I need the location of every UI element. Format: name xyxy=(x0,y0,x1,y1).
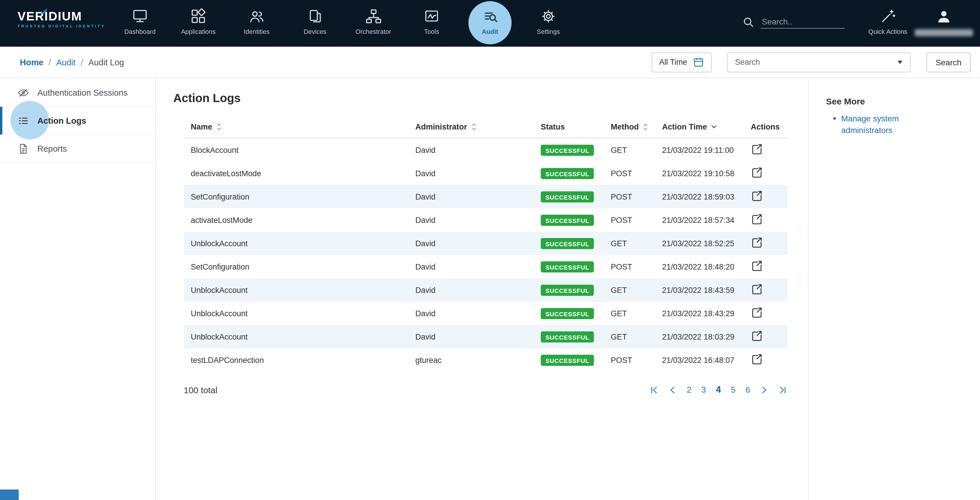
column-header-name[interactable]: Name xyxy=(184,116,408,138)
first-page-button[interactable] xyxy=(649,385,658,394)
cell-status: SUCCESSFUL xyxy=(534,185,604,208)
nav-item-tools[interactable]: Tools xyxy=(406,0,458,47)
cell-method: POST xyxy=(604,185,655,208)
status-badge: SUCCESSFUL xyxy=(541,284,594,296)
veridium-logo[interactable]: VERIDIUM TRUSTED DIGITAL IDENTITY xyxy=(18,10,105,28)
sidebar-item-reports[interactable]: Reports xyxy=(0,135,155,163)
cell-name: BlockAccount xyxy=(184,138,408,162)
sidebar-item-action-logs[interactable]: Action Logs xyxy=(0,107,155,135)
time-range-button[interactable]: All Time xyxy=(652,52,712,72)
column-label: Administrator xyxy=(415,122,467,131)
sort-desc-icon xyxy=(711,124,717,129)
view-log-detail-button[interactable] xyxy=(751,353,763,365)
tools-icon xyxy=(423,8,441,25)
view-log-detail-button[interactable] xyxy=(751,213,763,225)
brand-name: VERIDIUM xyxy=(18,10,105,23)
global-search xyxy=(742,15,845,29)
view-log-detail-button[interactable] xyxy=(751,283,763,295)
cell-administrator: David xyxy=(408,255,534,278)
page-number[interactable]: 6 xyxy=(746,385,750,394)
global-search-input[interactable] xyxy=(760,15,845,29)
cell-status: SUCCESSFUL xyxy=(534,208,604,232)
nav-label: Audit xyxy=(482,28,498,35)
bottom-left-widget[interactable] xyxy=(0,489,19,500)
column-header-action-time[interactable]: Action Time xyxy=(655,116,744,138)
cell-administrator: David xyxy=(408,278,534,302)
manage-system-administrators-link[interactable]: Manage system administrators xyxy=(841,113,920,136)
nav-item-identities[interactable]: Identities xyxy=(231,0,283,47)
cell-name: UnblockAccount xyxy=(184,278,408,302)
applications-icon xyxy=(189,8,207,25)
user-menu[interactable] xyxy=(916,0,972,36)
view-log-detail-button[interactable] xyxy=(751,189,763,202)
table-row: UnblockAccount David SUCCESSFUL GET 21/0… xyxy=(184,325,788,348)
cell-method: POST xyxy=(604,208,655,232)
view-log-detail-button[interactable] xyxy=(751,260,763,272)
action-log-rows: BlockAccount David SUCCESSFUL GET 21/03/… xyxy=(184,138,788,372)
nav-item-settings[interactable]: Settings xyxy=(522,0,574,47)
view-log-detail-button[interactable] xyxy=(751,236,763,248)
nav-label: Applications xyxy=(181,28,216,35)
sidebar-item-label: Reports xyxy=(37,144,67,153)
nav-label: Devices xyxy=(304,28,326,35)
sidebar-item-label: Authentication Sessions xyxy=(37,88,128,97)
next-page-button[interactable] xyxy=(760,385,769,394)
column-label: Actions xyxy=(751,122,780,131)
view-log-detail-button[interactable] xyxy=(751,306,763,318)
primary-nav: Dashboard Applications Identities Device… xyxy=(114,0,574,47)
page-number[interactable]: 5 xyxy=(731,385,736,394)
previous-page-button[interactable] xyxy=(668,385,677,394)
status-badge: SUCCESSFUL xyxy=(541,331,594,342)
nav-item-applications[interactable]: Applications xyxy=(172,0,224,47)
nav-item-dashboard[interactable]: Dashboard xyxy=(114,0,166,47)
search-button[interactable]: Search xyxy=(926,52,970,72)
page-number-active[interactable]: 4 xyxy=(716,384,721,395)
cell-administrator: David xyxy=(408,208,534,232)
user-name-redacted xyxy=(915,29,973,36)
cell-administrator: David xyxy=(408,325,534,348)
audit-sidebar: Authentication Sessions Action Logs Repo… xyxy=(0,79,156,500)
breadcrumb-audit-link[interactable]: Audit xyxy=(56,57,76,67)
cell-action-time: 21/03/2022 18:52:25 xyxy=(655,232,744,255)
cell-status: SUCCESSFUL xyxy=(534,302,604,325)
veridium-admin-console: VERIDIUM TRUSTED DIGITAL IDENTITY Dashbo… xyxy=(0,0,980,500)
status-badge: SUCCESSFUL xyxy=(541,214,594,226)
cell-action-time: 21/03/2022 18:48:20 xyxy=(655,255,744,278)
column-header-status: Status xyxy=(534,116,604,138)
view-log-detail-button[interactable] xyxy=(751,330,763,342)
cell-method: POST xyxy=(604,162,655,185)
page-number[interactable]: 3 xyxy=(701,385,706,394)
sidebar-item-label: Action Logs xyxy=(37,116,86,125)
cell-administrator: gtureac xyxy=(408,348,534,372)
search-icon xyxy=(742,16,755,28)
breadcrumb-home-link[interactable]: Home xyxy=(20,57,43,67)
nav-item-audit[interactable]: Audit xyxy=(464,0,516,47)
cell-name: testLDAPConnection xyxy=(184,348,408,372)
view-log-detail-button[interactable] xyxy=(751,143,763,155)
nav-item-devices[interactable]: Devices xyxy=(289,0,341,47)
quick-actions-button[interactable]: Quick Actions xyxy=(860,0,916,35)
column-header-method[interactable]: Method xyxy=(604,116,655,138)
view-log-detail-button[interactable] xyxy=(751,166,763,178)
nav-label: Orchestrator xyxy=(356,28,391,35)
cell-name: SetConfiguration xyxy=(184,185,408,208)
chevron-down-icon xyxy=(898,61,902,64)
search-filter-dropdown[interactable]: Search xyxy=(727,52,911,72)
cell-status: SUCCESSFUL xyxy=(534,348,604,372)
last-page-button[interactable] xyxy=(779,385,788,394)
cell-status: SUCCESSFUL xyxy=(534,162,604,185)
table-row: UnblockAccount David SUCCESSFUL GET 21/0… xyxy=(184,278,788,302)
topnav-right: Quick Actions xyxy=(742,0,972,47)
table-row: activateLostMode David SUCCESSFUL POST 2… xyxy=(184,208,788,232)
cell-action-time: 21/03/2022 18:43:59 xyxy=(655,278,744,302)
column-header-administrator[interactable]: Administrator xyxy=(408,116,534,138)
status-badge: SUCCESSFUL xyxy=(541,168,594,179)
cell-status: SUCCESSFUL xyxy=(534,255,604,278)
page-number[interactable]: 2 xyxy=(687,385,691,394)
cell-action-time: 21/03/2022 18:03:29 xyxy=(655,325,744,348)
orchestrator-icon xyxy=(364,8,382,25)
cell-actions xyxy=(744,162,788,185)
cell-method: GET xyxy=(604,278,655,302)
quick-actions-label: Quick Actions xyxy=(868,28,907,35)
nav-item-orchestrator[interactable]: Orchestrator xyxy=(347,0,399,47)
